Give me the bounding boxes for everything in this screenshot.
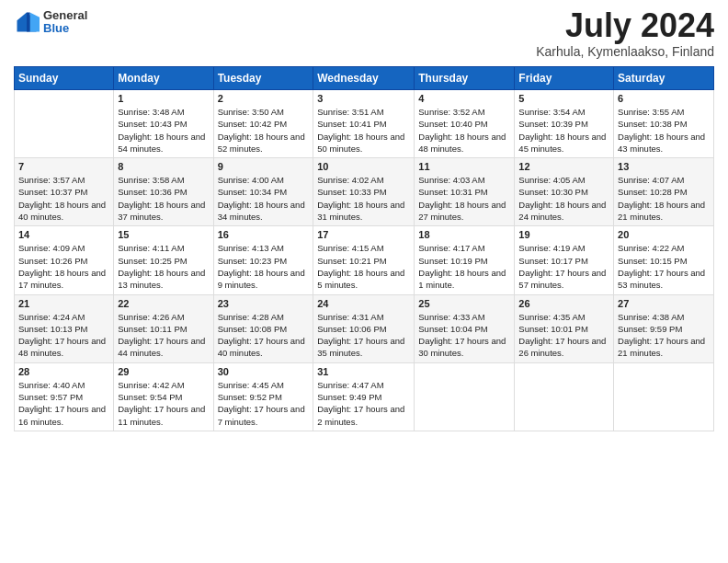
month-title: July 2024 <box>536 9 714 42</box>
calendar-cell: 30Sunrise: 4:45 AMSunset: 9:52 PMDayligh… <box>213 362 313 431</box>
calendar-table: SundayMondayTuesdayWednesdayThursdayFrid… <box>14 66 714 431</box>
day-number: 19 <box>518 229 609 240</box>
calendar-cell: 8Sunrise: 3:58 AMSunset: 10:36 PMDayligh… <box>114 158 213 226</box>
calendar-cell: 3Sunrise: 3:51 AMSunset: 10:41 PMDayligh… <box>313 90 415 158</box>
day-info: Sunrise: 4:05 AMSunset: 10:30 PMDaylight… <box>518 174 609 223</box>
calendar-cell: 5Sunrise: 3:54 AMSunset: 10:39 PMDayligh… <box>515 90 614 158</box>
day-number: 10 <box>317 161 410 172</box>
day-info: Sunrise: 4:28 AMSunset: 10:08 PMDaylight… <box>218 311 310 360</box>
weekday-header-row: SundayMondayTuesdayWednesdayThursdayFrid… <box>15 67 714 90</box>
day-info: Sunrise: 3:55 AMSunset: 10:38 PMDaylight… <box>618 106 710 155</box>
calendar-week-row: 14Sunrise: 4:09 AMSunset: 10:26 PMDaylig… <box>15 226 714 294</box>
day-number: 6 <box>618 93 710 104</box>
calendar-cell <box>15 90 114 158</box>
day-number: 23 <box>218 298 310 309</box>
weekday-header-wednesday: Wednesday <box>313 67 415 90</box>
logo-blue: Blue <box>43 22 87 35</box>
day-info: Sunrise: 4:03 AMSunset: 10:31 PMDaylight… <box>418 174 510 223</box>
day-info: Sunrise: 4:31 AMSunset: 10:06 PMDaylight… <box>317 311 410 360</box>
day-number: 12 <box>518 161 609 172</box>
day-number: 21 <box>18 298 109 309</box>
calendar-cell: 11Sunrise: 4:03 AMSunset: 10:31 PMDaylig… <box>415 158 515 226</box>
day-info: Sunrise: 4:45 AMSunset: 9:52 PMDaylight:… <box>218 379 310 428</box>
calendar-cell: 29Sunrise: 4:42 AMSunset: 9:54 PMDayligh… <box>114 362 213 431</box>
calendar-week-row: 28Sunrise: 4:40 AMSunset: 9:57 PMDayligh… <box>15 362 714 431</box>
day-number: 1 <box>118 93 209 104</box>
day-info: Sunrise: 4:07 AMSunset: 10:28 PMDaylight… <box>618 174 710 223</box>
calendar-cell: 9Sunrise: 4:00 AMSunset: 10:34 PMDayligh… <box>213 158 313 226</box>
day-info: Sunrise: 4:35 AMSunset: 10:01 PMDaylight… <box>518 311 609 360</box>
day-number: 28 <box>18 366 109 377</box>
day-info: Sunrise: 3:54 AMSunset: 10:39 PMDaylight… <box>518 106 609 155</box>
calendar-cell: 28Sunrise: 4:40 AMSunset: 9:57 PMDayligh… <box>15 362 114 431</box>
day-info: Sunrise: 3:48 AMSunset: 10:43 PMDaylight… <box>118 106 209 155</box>
day-info: Sunrise: 4:26 AMSunset: 10:11 PMDaylight… <box>118 311 209 360</box>
day-info: Sunrise: 3:52 AMSunset: 10:40 PMDaylight… <box>418 106 510 155</box>
day-number: 17 <box>317 229 410 240</box>
calendar-cell: 26Sunrise: 4:35 AMSunset: 10:01 PMDaylig… <box>515 294 614 362</box>
title-block: July 2024 Karhula, Kymenlaakso, Finland <box>536 9 714 59</box>
day-number: 9 <box>218 161 310 172</box>
calendar-cell: 10Sunrise: 4:02 AMSunset: 10:33 PMDaylig… <box>313 158 415 226</box>
calendar-cell: 24Sunrise: 4:31 AMSunset: 10:06 PMDaylig… <box>313 294 415 362</box>
day-info: Sunrise: 4:00 AMSunset: 10:34 PMDaylight… <box>218 174 310 223</box>
calendar-cell <box>515 362 614 431</box>
day-number: 25 <box>418 298 510 309</box>
day-number: 8 <box>118 161 209 172</box>
day-info: Sunrise: 4:22 AMSunset: 10:15 PMDaylight… <box>618 242 710 291</box>
day-info: Sunrise: 4:47 AMSunset: 9:49 PMDaylight:… <box>317 379 410 428</box>
day-info: Sunrise: 4:38 AMSunset: 9:59 PMDaylight:… <box>618 311 710 360</box>
calendar-cell: 31Sunrise: 4:47 AMSunset: 9:49 PMDayligh… <box>313 362 415 431</box>
day-number: 31 <box>317 366 410 377</box>
calendar-cell: 21Sunrise: 4:24 AMSunset: 10:13 PMDaylig… <box>15 294 114 362</box>
logo-icon <box>14 9 40 35</box>
day-number: 5 <box>518 93 609 104</box>
calendar-week-row: 7Sunrise: 3:57 AMSunset: 10:37 PMDayligh… <box>15 158 714 226</box>
calendar-cell: 12Sunrise: 4:05 AMSunset: 10:30 PMDaylig… <box>515 158 614 226</box>
day-number: 14 <box>18 229 109 240</box>
day-number: 24 <box>317 298 410 309</box>
day-number: 16 <box>218 229 310 240</box>
weekday-header-monday: Monday <box>114 67 213 90</box>
calendar-cell: 6Sunrise: 3:55 AMSunset: 10:38 PMDayligh… <box>614 90 714 158</box>
day-number: 18 <box>418 229 510 240</box>
day-number: 22 <box>118 298 209 309</box>
day-info: Sunrise: 3:51 AMSunset: 10:41 PMDaylight… <box>317 106 410 155</box>
day-number: 11 <box>418 161 510 172</box>
day-number: 30 <box>218 366 310 377</box>
calendar-cell: 17Sunrise: 4:15 AMSunset: 10:21 PMDaylig… <box>313 226 415 294</box>
day-number: 4 <box>418 93 510 104</box>
calendar-cell: 16Sunrise: 4:13 AMSunset: 10:23 PMDaylig… <box>213 226 313 294</box>
day-info: Sunrise: 3:50 AMSunset: 10:42 PMDaylight… <box>218 106 310 155</box>
day-number: 2 <box>218 93 310 104</box>
calendar-cell: 23Sunrise: 4:28 AMSunset: 10:08 PMDaylig… <box>213 294 313 362</box>
page-header: General Blue July 2024 Karhula, Kymenlaa… <box>14 9 714 59</box>
day-info: Sunrise: 4:13 AMSunset: 10:23 PMDaylight… <box>218 242 310 291</box>
day-info: Sunrise: 4:17 AMSunset: 10:19 PMDaylight… <box>418 242 510 291</box>
calendar-cell <box>415 362 515 431</box>
calendar-cell: 7Sunrise: 3:57 AMSunset: 10:37 PMDayligh… <box>15 158 114 226</box>
calendar-week-row: 1Sunrise: 3:48 AMSunset: 10:43 PMDayligh… <box>15 90 714 158</box>
weekday-header-tuesday: Tuesday <box>213 67 313 90</box>
day-number: 26 <box>518 298 609 309</box>
logo-general: General <box>43 9 87 22</box>
svg-marker-3 <box>27 13 30 32</box>
calendar-page: General Blue July 2024 Karhula, Kymenlaa… <box>0 0 728 563</box>
day-number: 13 <box>618 161 710 172</box>
day-number: 20 <box>618 229 710 240</box>
day-info: Sunrise: 4:19 AMSunset: 10:17 PMDaylight… <box>518 242 609 291</box>
logo: General Blue <box>14 9 87 36</box>
day-number: 27 <box>618 298 710 309</box>
logo-text: General Blue <box>43 9 87 36</box>
calendar-cell: 19Sunrise: 4:19 AMSunset: 10:17 PMDaylig… <box>515 226 614 294</box>
calendar-week-row: 21Sunrise: 4:24 AMSunset: 10:13 PMDaylig… <box>15 294 714 362</box>
day-info: Sunrise: 4:09 AMSunset: 10:26 PMDaylight… <box>18 242 109 291</box>
day-info: Sunrise: 3:58 AMSunset: 10:36 PMDaylight… <box>118 174 209 223</box>
weekday-header-friday: Friday <box>515 67 614 90</box>
day-info: Sunrise: 4:02 AMSunset: 10:33 PMDaylight… <box>317 174 410 223</box>
weekday-header-thursday: Thursday <box>415 67 515 90</box>
location: Karhula, Kymenlaakso, Finland <box>536 44 714 59</box>
day-number: 15 <box>118 229 209 240</box>
calendar-cell: 1Sunrise: 3:48 AMSunset: 10:43 PMDayligh… <box>114 90 213 158</box>
calendar-cell: 20Sunrise: 4:22 AMSunset: 10:15 PMDaylig… <box>614 226 714 294</box>
